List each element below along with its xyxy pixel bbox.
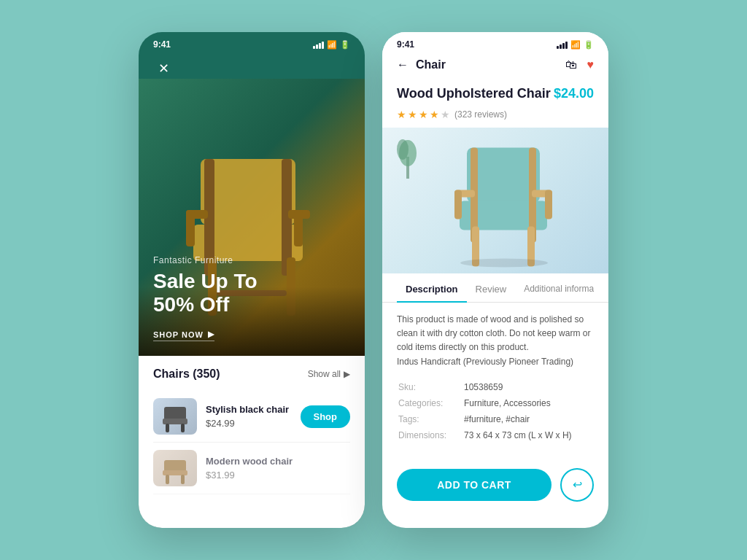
share-button[interactable]: ↩ [560, 468, 594, 502]
right-nav: ← Chair 🛍 ♥ [382, 54, 608, 79]
hero-banner: Fantastic Furniture Sale Up To50% Off SH… [139, 79, 365, 356]
svg-rect-12 [163, 419, 187, 424]
share-icon: ↩ [573, 478, 582, 491]
product-name-1: Stylish black chair [206, 404, 292, 415]
heart-icon[interactable]: ♥ [587, 58, 595, 71]
product-info-2: Modern wood chair $31.99 [206, 456, 350, 481]
bottom-actions: ADD TO CART ↩ [382, 458, 608, 512]
product-thumb-1 [153, 398, 197, 435]
bag-icon[interactable]: 🛍 [565, 58, 577, 71]
close-button[interactable]: ✕ [153, 58, 174, 79]
star-1: ★ [397, 109, 406, 120]
svg-rect-26 [454, 190, 462, 219]
right-battery-icon: 🔋 [584, 40, 594, 50]
star-3: ★ [419, 109, 428, 120]
right-status-bar: 9:41 📶 🔋 [382, 32, 608, 54]
tabs-row: Description Review Additional informat..… [382, 276, 608, 303]
battery-icon: 🔋 [340, 40, 350, 50]
description-section: This product is made of wood and is poli… [382, 303, 608, 455]
plant-decoration [397, 135, 419, 182]
right-signal-icon [557, 40, 568, 49]
product-name-2: Modern wood chair [206, 456, 350, 467]
hero-title: Sale Up To50% Off [153, 270, 350, 316]
left-status-icons: 📶 🔋 [313, 40, 350, 50]
product-card-1: Stylish black chair $24.99 Shop [153, 391, 350, 443]
right-time: 9:41 [397, 39, 414, 50]
svg-point-32 [397, 139, 409, 160]
svg-rect-11 [164, 407, 186, 420]
meta-row-tags: Tags: #furniture, #chair [398, 411, 592, 427]
rating-row: ★ ★ ★ ★ ★ (323 reviews) [382, 106, 608, 128]
section-title: Chairs (350) [153, 368, 220, 381]
phones-container: 9:41 📶 🔋 ✕ [139, 32, 608, 528]
meta-row-dimensions: Dimensions: 73 x 64 x 73 cm (L x W x H) [398, 427, 592, 443]
product-price-1: $24.99 [206, 418, 292, 429]
left-phone: 9:41 📶 🔋 ✕ [139, 32, 365, 528]
meta-table: Sku: 10538659 Categories: Furniture, Acc… [397, 378, 594, 445]
right-nav-left: ← Chair [397, 58, 446, 71]
product-image-right [382, 128, 608, 273]
shop-button-1[interactable]: Shop [301, 405, 351, 428]
hero-overlay: Fantastic Furniture Sale Up To50% Off SH… [139, 241, 365, 356]
stars: ★ ★ ★ ★ ★ [397, 109, 450, 120]
svg-rect-18 [181, 475, 185, 484]
star-5: ★ [441, 109, 450, 120]
tab-description[interactable]: Description [397, 276, 467, 302]
star-4: ★ [430, 109, 439, 120]
product-card-2: Modern wood chair $31.99 [153, 443, 350, 494]
product-main-price: $24.00 [554, 86, 594, 101]
add-to-cart-button[interactable]: ADD TO CART [397, 469, 551, 501]
left-status-bar: 9:41 📶 🔋 [139, 32, 365, 54]
shop-now-label: SHOP NOW [153, 330, 204, 339]
right-status-icons: 📶 🔋 [557, 40, 594, 50]
product-info-1: Stylish black chair $24.99 [206, 404, 292, 429]
svg-rect-28 [545, 190, 552, 219]
left-time: 9:41 [153, 39, 171, 50]
left-top-bar: ✕ [139, 54, 365, 79]
back-button[interactable]: ← [397, 58, 409, 71]
show-all-button[interactable]: Show all ▶ [308, 369, 350, 379]
right-phone: 9:41 📶 🔋 ← Chair 🛍 ♥ [382, 32, 608, 528]
section-header: Chairs (350) Show all ▶ [153, 368, 350, 381]
product-header: Wood Upholstered Chair $24.00 [382, 79, 608, 106]
svg-rect-14 [181, 424, 185, 432]
shop-now-button[interactable]: SHOP NOW ▶ [153, 330, 214, 341]
hero-subtitle: Fantastic Furniture [153, 255, 350, 265]
right-wifi-icon: 📶 [570, 40, 581, 50]
chair-illustration-right [434, 133, 580, 268]
svg-rect-16 [163, 470, 187, 475]
svg-rect-0 [201, 159, 295, 225]
svg-point-29 [460, 259, 548, 268]
svg-rect-17 [166, 475, 169, 484]
product-price-2: $31.99 [206, 470, 350, 481]
page-title: Chair [416, 58, 446, 71]
product-main-name: Wood Upholstered Chair [397, 86, 551, 101]
description-text: This product is made of wood and is poli… [397, 313, 594, 369]
wifi-icon: 📶 [327, 40, 337, 50]
shop-now-arrow: ▶ [208, 330, 214, 339]
left-phone-bottom: Chairs (350) Show all ▶ Styli [139, 356, 365, 528]
meta-row-categories: Categories: Furniture, Accessories [398, 395, 592, 411]
tab-additional[interactable]: Additional informat... [515, 276, 594, 302]
tab-review[interactable]: Review [467, 276, 516, 302]
star-2: ★ [408, 109, 417, 120]
meta-row-sku: Sku: 10538659 [398, 379, 592, 395]
product-thumb-2 [153, 450, 197, 486]
svg-rect-15 [164, 460, 186, 472]
signal-icon [313, 40, 324, 49]
svg-rect-13 [166, 424, 169, 432]
right-nav-right: 🛍 ♥ [565, 58, 595, 71]
review-count: (323 reviews) [454, 109, 507, 120]
